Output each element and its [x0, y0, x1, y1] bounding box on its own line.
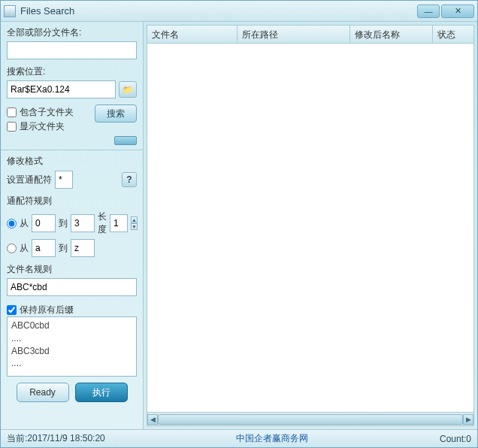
location-label: 搜索位置:: [7, 65, 137, 78]
include-sub-label: 包含子文件夹: [20, 106, 74, 119]
keep-ext-label: 保持原有后缀: [20, 304, 74, 316]
name-rule-label: 文件名规则: [7, 263, 137, 276]
execute-button[interactable]: 执行: [75, 383, 128, 402]
char-rule-radio[interactable]: [7, 244, 17, 253]
include-sub-checkbox[interactable]: [7, 107, 17, 117]
to-label-1: 到: [59, 217, 68, 230]
scroll-thumb[interactable]: [158, 414, 463, 425]
show-folder-label: 显示文件夹: [20, 120, 65, 133]
collapse-toggle-icon[interactable]: [114, 136, 137, 145]
ready-button[interactable]: Ready: [17, 383, 69, 402]
wildcard-set-label: 设置通配符: [7, 174, 52, 186]
window-title: Files Search: [20, 5, 417, 17]
num-from-input[interactable]: [32, 214, 56, 232]
col-newname[interactable]: 修改后名称: [350, 26, 433, 43]
scroll-left-icon[interactable]: ◀: [147, 414, 158, 425]
keep-ext-checkbox[interactable]: [7, 305, 17, 315]
table-body: [147, 44, 473, 412]
wildcard-input[interactable]: [55, 171, 73, 189]
status-site-link[interactable]: 中国企者赢商务网: [105, 432, 440, 445]
name-rule-input[interactable]: [7, 278, 137, 296]
from-label-2: 从: [20, 242, 29, 255]
length-label: 长度: [98, 210, 107, 236]
col-filename[interactable]: 文件名: [147, 26, 237, 43]
num-len-input[interactable]: [110, 214, 128, 232]
app-icon: [4, 5, 16, 17]
char-to-input[interactable]: [71, 239, 95, 257]
status-count: Count:0: [440, 434, 471, 444]
format-label: 修改格式: [7, 155, 137, 168]
close-button[interactable]: ✕: [441, 5, 474, 18]
preview-box: ABC0cbd .... ABC3cbd ....: [7, 316, 137, 377]
char-from-input[interactable]: [32, 239, 56, 257]
from-label-1: 从: [20, 217, 29, 230]
filename-label: 全部或部分文件名:: [7, 26, 137, 39]
length-spinner[interactable]: ▲▼: [131, 216, 138, 230]
help-icon[interactable]: ?: [122, 172, 137, 187]
to-label-2: 到: [59, 242, 68, 255]
num-to-input[interactable]: [71, 214, 95, 232]
minimize-button[interactable]: —: [417, 5, 440, 18]
wildcard-rule-label: 通配符规则: [7, 195, 137, 207]
col-status[interactable]: 状态: [433, 26, 473, 43]
search-button[interactable]: 搜索: [95, 104, 137, 123]
browse-folder-icon[interactable]: 📁: [119, 81, 137, 98]
status-time: 当前:2017/11/9 18:50:20: [7, 432, 105, 445]
location-input[interactable]: [7, 80, 116, 98]
filename-input[interactable]: [7, 41, 137, 59]
h-scrollbar[interactable]: ◀ ▶: [147, 412, 473, 425]
show-folder-checkbox[interactable]: [7, 122, 17, 132]
col-path[interactable]: 所在路径: [237, 26, 350, 43]
numeric-rule-radio[interactable]: [7, 219, 17, 229]
scroll-right-icon[interactable]: ▶: [463, 414, 473, 425]
table-header: 文件名 所在路径 修改后名称 状态: [147, 26, 473, 44]
